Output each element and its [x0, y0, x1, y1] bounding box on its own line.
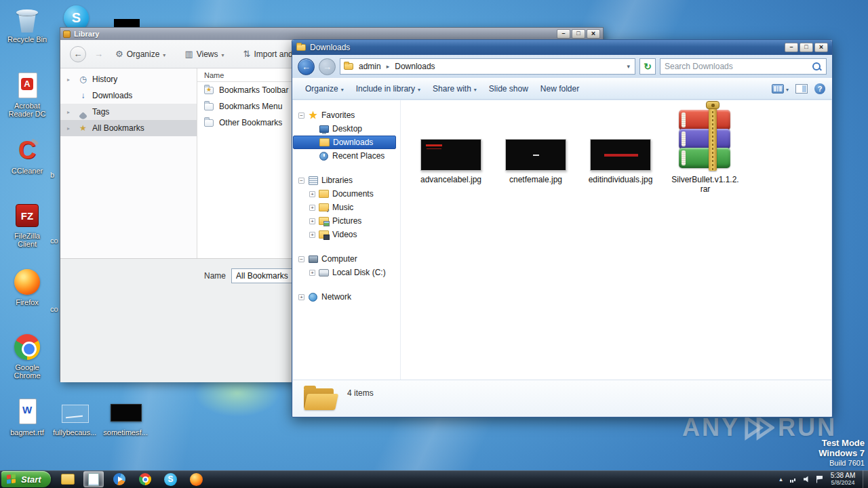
nav-item-recent-places[interactable]: Recent Places	[293, 149, 400, 163]
taskbar-app-active-app[interactable]	[83, 471, 104, 487]
change-view-button[interactable]	[772, 84, 789, 94]
zipper-icon	[709, 107, 717, 171]
back-icon[interactable]	[70, 46, 86, 62]
desktop-icon-bagmet[interactable]: bagmet.rtf	[5, 397, 49, 436]
file-item-silverbullet-v1-1-2-rar[interactable]: SilverBullet.v1.1.2.rar	[667, 110, 743, 194]
nav-item-videos[interactable]: Videos	[293, 228, 400, 241]
back-icon[interactable]	[298, 58, 315, 75]
computer-icon	[308, 255, 318, 264]
tree-expander-icon[interactable]	[298, 294, 304, 300]
nav-item-music[interactable]: Music	[293, 201, 400, 214]
folder-icon	[319, 138, 330, 147]
command-include-in-library[interactable]: Include in library	[350, 81, 427, 97]
maximize-button[interactable]	[800, 43, 813, 52]
library-toolbar-views-button[interactable]: Views	[180, 47, 228, 61]
desktop-icon-acrobat[interactable]: Acrobat Reader DC	[5, 70, 49, 118]
start-button[interactable]: Start	[1, 471, 51, 487]
minimize-button[interactable]	[557, 29, 570, 39]
command-label: Organize	[305, 84, 338, 94]
taskbar-app-skype[interactable]	[161, 471, 181, 487]
tree-expander-icon[interactable]	[309, 232, 315, 238]
nav-item-desktop[interactable]: Desktop	[293, 122, 400, 136]
address-dropdown-icon[interactable]: ▾	[627, 63, 631, 70]
taskbar-app-media-player[interactable]	[109, 471, 130, 487]
desktop-icon-ccleaner[interactable]: CCleaner	[5, 136, 49, 175]
close-button[interactable]	[814, 43, 828, 52]
nav-item-downloads[interactable]: Downloads	[293, 136, 396, 149]
desktop-icon-firefox[interactable]: Firefox	[5, 267, 49, 306]
tree-expander-icon[interactable]	[309, 205, 315, 211]
maximize-button[interactable]	[572, 29, 585, 39]
nav-item-documents[interactable]: Documents	[293, 187, 400, 201]
filezilla-icon	[12, 201, 42, 230]
taskbar-app-firefox[interactable]	[186, 471, 207, 487]
network-icon[interactable]	[790, 475, 797, 483]
library-sidebar-item-all-bookmarks[interactable]: All Bookmarks	[60, 120, 197, 136]
nav-item-computer[interactable]: Computer	[293, 252, 400, 266]
bookmark-item-label: Bookmarks Toolbar	[219, 85, 289, 95]
library-sidebar-item-tags[interactable]: Tags	[60, 104, 197, 120]
breadcrumb-downloads[interactable]: Downloads	[393, 62, 437, 71]
expand-arrow-icon	[67, 109, 74, 115]
close-button[interactable]	[587, 29, 600, 39]
forward-icon[interactable]	[319, 58, 336, 75]
file-item-editindividuals-jpg[interactable]: editindividuals.jpg	[583, 110, 658, 184]
address-bar[interactable]: admin ▸ Downloads ▾	[340, 58, 635, 75]
explorer-folder-icon	[61, 472, 75, 486]
desktop-icon-chrome[interactable]: Google Chrome	[5, 332, 49, 380]
minimize-button[interactable]	[785, 43, 798, 52]
explorer-titlebar[interactable]: Downloads	[292, 40, 832, 55]
address-toolbar: admin ▸ Downloads ▾	[292, 55, 832, 78]
image-thumbnail	[420, 139, 481, 171]
refresh-icon[interactable]	[639, 58, 656, 75]
breadcrumb-admin[interactable]: admin	[357, 62, 383, 71]
library-titlebar[interactable]: Library	[60, 28, 603, 40]
other-bookmarks-icon	[204, 119, 214, 127]
library-sidebar-item-downloads[interactable]: Downloads	[60, 87, 197, 104]
help-icon[interactable]	[814, 83, 825, 94]
tree-expander-icon[interactable]	[309, 270, 315, 276]
nav-item-network[interactable]: Network	[293, 290, 400, 304]
volume-icon[interactable]	[803, 475, 810, 483]
forward-icon[interactable]	[94, 49, 103, 59]
tree-expander-icon[interactable]	[298, 256, 304, 262]
desktop-icon-label: sometimesf...	[103, 428, 147, 436]
file-name-line: rar	[671, 184, 738, 194]
search-input[interactable]	[665, 62, 808, 71]
tree-expander-icon[interactable]	[309, 218, 315, 224]
preview-pane-icon[interactable]	[795, 84, 808, 94]
tree-expander-icon[interactable]	[298, 178, 304, 184]
library-toolbar-organize-button[interactable]: Organize	[111, 47, 170, 61]
file-name: cnetfemale.jpg	[509, 175, 562, 184]
command-share-with[interactable]: Share with	[427, 81, 483, 97]
tree-expander-icon[interactable]	[309, 191, 315, 197]
tree-expander-icon[interactable]	[298, 113, 304, 119]
command-slide-show[interactable]: Slide show	[483, 81, 534, 97]
search-icon[interactable]	[812, 62, 822, 72]
library-sidebar-item-history[interactable]: History	[60, 71, 197, 87]
nav-item-libraries[interactable]: Libraries	[293, 174, 400, 187]
desktop-icon-filezilla[interactable]: FileZilla Client	[5, 201, 49, 248]
desktop-icon-sometimesf[interactable]: sometimesf...	[104, 397, 147, 436]
nav-item-pictures[interactable]: Pictures	[293, 214, 400, 228]
taskbar-app-chrome[interactable]	[135, 471, 155, 487]
breadcrumb-separator-icon: ▸	[387, 63, 390, 70]
nav-item-local-disk-c[interactable]: Local Disk (C:)	[293, 266, 400, 279]
file-item-advancelabel-jpg[interactable]: advancelabel.jpg	[413, 110, 489, 184]
file-item-cnetfemale-jpg[interactable]: cnetfemale.jpg	[498, 110, 574, 184]
nav-item-favorites[interactable]: Favorites	[293, 108, 400, 122]
taskbar-app-explorer[interactable]	[58, 471, 78, 487]
search-box[interactable]	[660, 58, 827, 75]
skype-icon	[164, 473, 177, 486]
action-center-icon[interactable]	[816, 475, 823, 483]
hidden-icons-icon[interactable]	[777, 475, 785, 483]
chevron-down-icon	[221, 49, 224, 59]
desktop-icon-recycle-bin[interactable]: Recycle Bin	[5, 4, 49, 43]
show-desktop-button[interactable]	[863, 470, 868, 488]
tray-clock[interactable]: 5:38 AM 5/8/2024	[826, 472, 863, 487]
command-organize[interactable]: Organize	[299, 81, 350, 97]
desktop-icon-label: fullybecaus...	[53, 428, 96, 436]
desktop-icon-fullybecaus[interactable]: fullybecaus...	[53, 397, 96, 436]
folder-icon	[344, 63, 353, 70]
command-new-folder[interactable]: New folder	[534, 81, 585, 97]
